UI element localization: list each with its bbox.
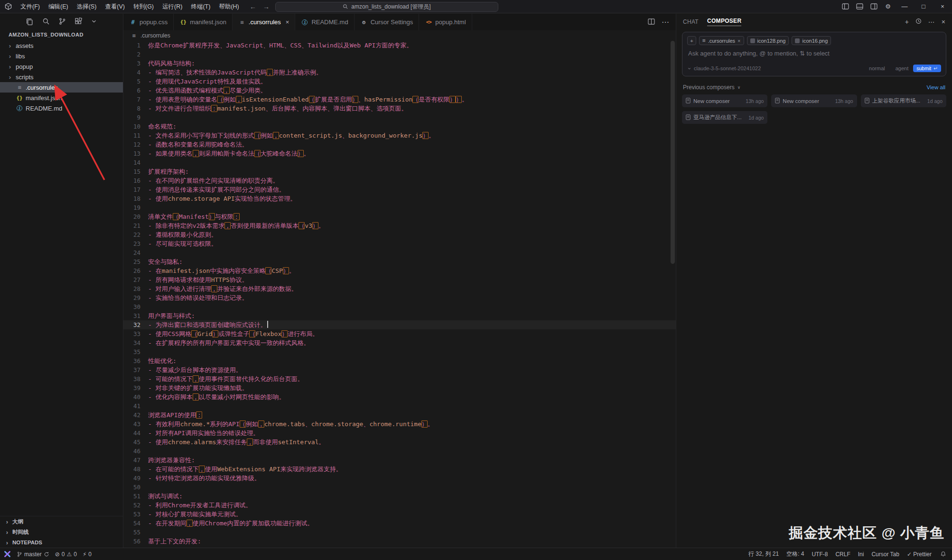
add-context-chip[interactable]: + (687, 36, 696, 45)
notifications-bell-icon[interactable] (940, 551, 952, 557)
code-token: ， (193, 375, 199, 383)
menu-item[interactable]: 选择(S) (73, 0, 101, 13)
editor-tab[interactable]: ⚙Cursor Settings (355, 14, 420, 30)
code-token: 是否有权限 (419, 96, 449, 103)
status-item[interactable]: ✓ Prettier (903, 551, 935, 558)
command-center-search[interactable]: amzon_lists_download [管理员] (275, 2, 498, 12)
menu-item[interactable]: 查看(V) (101, 0, 129, 13)
editor-tab[interactable]: ≡.cursorrules× (233, 14, 296, 30)
status-item[interactable]: UTF-8 (808, 551, 831, 558)
list-file-icon: ≡ (16, 84, 23, 91)
menu-item[interactable]: 帮助(H) (215, 0, 243, 13)
line-content: - 可能的情况下，使用事件页面替代持久化的后台页面。 (148, 374, 304, 383)
toggle-secondary-sidebar-icon[interactable] (867, 0, 881, 13)
minimize-button[interactable]: — (895, 0, 914, 13)
code-editor[interactable]: 1你是Chrome扩展程序开发、JavaScript、HTML、CSS、Tail… (123, 41, 676, 548)
tree-file[interactable]: {}manifest.json (0, 93, 123, 103)
code-line: 3代码风格与结构: (123, 59, 676, 68)
composer-card[interactable]: New composer13h ago (771, 94, 857, 107)
context-chip[interactable]: ≡.cursorrules× (699, 36, 744, 45)
tree-folder[interactable]: ›scripts (0, 72, 123, 82)
close-panel-icon[interactable]: × (942, 18, 945, 26)
problems-indicator[interactable]: ⊘0 ⚠0 (55, 551, 77, 558)
mode-normal[interactable]: normal (869, 65, 885, 71)
composer-input[interactable]: +≡.cursorrules×icon128.pngicon16.png Ask… (682, 32, 946, 76)
editor-more-icon[interactable]: ⋯ (662, 18, 669, 27)
context-chip[interactable]: icon128.png (747, 36, 789, 45)
code-token: 否则使用最新的清单版本 (231, 222, 299, 229)
editor-tab[interactable]: {}manifest.json (174, 14, 233, 30)
sidebar-section-NOTEPADS[interactable]: ›NOTEPADS (0, 537, 123, 548)
previous-composers-header[interactable]: Previous composers ∨ View all (676, 81, 952, 94)
source-control-icon[interactable] (58, 18, 66, 25)
status-item[interactable]: 行 32, 列 21 (745, 550, 783, 558)
line-number: 5 (123, 77, 140, 86)
composer-card[interactable]: 上架谷歌应用市场...1d ago (861, 94, 946, 107)
tree-folder[interactable]: ›assets (0, 40, 123, 51)
git-branch-indicator[interactable]: master (17, 551, 49, 558)
settings-gear-icon[interactable]: ⚙ (881, 0, 895, 13)
view-all-link[interactable]: View all (927, 84, 945, 90)
composer-card[interactable]: New composer13h ago (682, 94, 767, 107)
composer-card[interactable]: 亚马逊产品信息下...1d ago (682, 111, 767, 124)
menu-item[interactable]: 文件(F) (16, 0, 44, 13)
submit-button[interactable]: submit ↵ (913, 65, 941, 72)
model-selector[interactable]: claude-3-5-sonnet-20241022 (687, 65, 761, 71)
app-logo-icon (0, 3, 16, 10)
search-icon[interactable] (42, 18, 50, 25)
history-icon[interactable] (915, 18, 922, 26)
bolt-indicator[interactable]: ⚡0 (83, 551, 92, 558)
file-tree: ›assets›libs›popup›scripts≡.cursorrules{… (0, 40, 123, 516)
status-item[interactable]: Cursor Tab (868, 551, 903, 558)
breadcrumb[interactable]: ≡ .cursorrules (123, 30, 676, 41)
context-chip[interactable]: icon16.png (792, 36, 831, 45)
sidebar-section-时间线[interactable]: ›时间线 (0, 527, 123, 537)
toggle-panel-icon[interactable] (852, 0, 867, 13)
more-actions-icon[interactable]: ⋯ (928, 18, 935, 26)
tab-composer[interactable]: COMPOSER (707, 18, 741, 26)
remove-chip-icon[interactable]: × (737, 38, 740, 44)
menu-item[interactable]: 编辑(E) (44, 0, 73, 13)
tree-file[interactable]: ≡.cursorrules (0, 82, 123, 93)
split-editor-icon[interactable] (648, 18, 655, 27)
editor-tab[interactable]: iREADME.md (295, 14, 354, 30)
line-number: 14 (123, 158, 140, 167)
menu-item[interactable]: 转到(G) (129, 0, 158, 13)
code-token: setInterval (278, 439, 318, 446)
tree-folder[interactable]: ›libs (0, 51, 123, 61)
remote-icon[interactable] (4, 551, 11, 558)
files-icon[interactable] (26, 18, 34, 26)
menu-item[interactable]: 运行(R) (158, 0, 187, 13)
line-content: 性能优化: (148, 356, 177, 365)
extensions-icon[interactable] (75, 18, 82, 25)
chevron-right-icon: › (7, 74, 13, 81)
editor-tab[interactable]: <>popup.html (419, 14, 472, 30)
sidebar-section-大纲[interactable]: ›大纲 (0, 516, 123, 527)
nav-forward-icon[interactable]: → (262, 3, 271, 10)
code-token: - 函数名和变量名采用驼峰命名法。 (148, 141, 248, 148)
nav-back-icon[interactable]: ← (249, 3, 257, 10)
tree-folder[interactable]: ›popup (0, 61, 123, 72)
editor-tab[interactable]: #popup.css (123, 14, 174, 30)
toggle-primary-sidebar-icon[interactable] (838, 0, 852, 13)
code-line: 35 (123, 347, 676, 356)
explorer-root-label[interactable]: AMZON_LISTS_DOWNLOAD (0, 29, 123, 40)
status-item[interactable]: Ini (854, 551, 868, 558)
composer-placeholder[interactable]: Ask agent to do anything, @ to mention, … (688, 50, 940, 57)
chevron-down-icon[interactable] (91, 18, 97, 25)
new-composer-icon[interactable]: + (905, 18, 909, 26)
chevron-right-icon: › (7, 42, 13, 49)
code-token: （ (240, 420, 246, 428)
maximize-button[interactable]: □ (914, 0, 933, 13)
code-token: ， (224, 87, 230, 94)
close-button[interactable]: × (933, 0, 952, 13)
menu-item[interactable]: 终端(T) (187, 0, 215, 13)
mode-agent[interactable]: agent (896, 65, 909, 71)
status-item[interactable]: 空格: 4 (783, 550, 808, 558)
line-number: 11 (123, 131, 140, 140)
tab-chat[interactable]: CHAT (683, 19, 699, 25)
status-item[interactable]: CRLF (831, 551, 854, 558)
editor-scrollbar[interactable] (671, 41, 675, 264)
tree-file[interactable]: iREADME.md (0, 103, 123, 113)
close-tab-icon[interactable]: × (286, 19, 289, 26)
